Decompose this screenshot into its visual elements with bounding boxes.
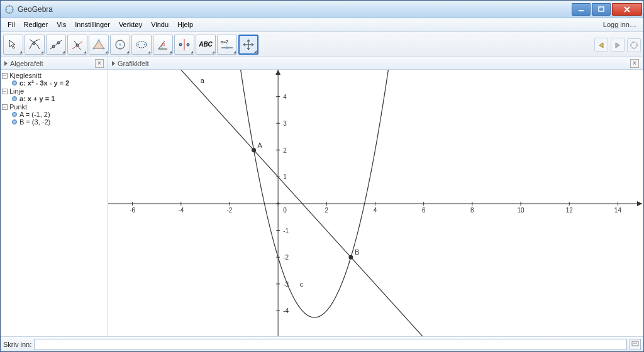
svg-text:A: A <box>258 141 263 149</box>
svg-text:4: 4 <box>283 94 287 101</box>
graphics-panel-header[interactable]: Grafikkfelt × <box>108 57 643 69</box>
algebra-item-B[interactable]: B = (3, -2) <box>2 118 106 126</box>
tool-move[interactable] <box>3 35 23 55</box>
svg-point-18 <box>92 47 94 49</box>
svg-point-12 <box>57 41 60 44</box>
menu-window[interactable]: Vindu <box>147 18 173 31</box>
svg-text:8: 8 <box>470 207 474 214</box>
menu-options[interactable]: Innstillinger <box>70 18 114 31</box>
svg-point-31 <box>631 42 637 48</box>
visibility-dot-icon[interactable] <box>12 112 17 117</box>
svg-point-3 <box>9 5 11 7</box>
graphics-panel-title: Grafikkfelt <box>118 60 628 67</box>
svg-text:-6: -6 <box>130 207 135 214</box>
tool-reflect[interactable] <box>174 35 194 55</box>
category-conic[interactable]: −Kjeglesnitt <box>2 72 106 79</box>
visibility-dot-icon[interactable] <box>12 96 17 101</box>
svg-text:14: 14 <box>614 207 622 214</box>
svg-text:-1: -1 <box>283 228 289 234</box>
title-bar[interactable]: GeoGebra <box>1 1 643 18</box>
svg-text:3: 3 <box>283 120 287 127</box>
input-help-button[interactable] <box>630 339 641 350</box>
svg-text:-2: -2 <box>283 254 289 261</box>
svg-text:α: α <box>162 42 165 47</box>
undo-button[interactable] <box>594 38 608 52</box>
svg-point-1 <box>6 8 8 10</box>
algebra-panel-title: Algebrafelt <box>10 60 92 67</box>
menu-edit[interactable]: Rediger <box>19 18 53 31</box>
close-button[interactable] <box>612 3 642 16</box>
menu-tools[interactable]: Verktøy <box>114 18 147 31</box>
algebra-close-button[interactable]: × <box>95 59 104 68</box>
svg-text:a=2: a=2 <box>221 40 228 44</box>
svg-point-22 <box>138 43 140 45</box>
svg-text:6: 6 <box>422 207 426 214</box>
tool-perpendicular[interactable] <box>67 35 87 55</box>
visibility-dot-icon[interactable] <box>12 80 17 85</box>
tool-move-graphics[interactable] <box>238 35 258 55</box>
tool-circle[interactable] <box>110 35 130 55</box>
svg-text:2: 2 <box>325 207 329 214</box>
svg-point-20 <box>119 43 121 45</box>
tool-ellipse[interactable] <box>131 35 152 55</box>
graphics-close-button[interactable]: × <box>630 59 639 68</box>
properties-button[interactable] <box>627 38 641 52</box>
svg-text:10: 10 <box>517 207 525 214</box>
menu-view[interactable]: Vis <box>52 18 70 31</box>
menu-bar: Fil Rediger Vis Innstillinger Verktøy Vi… <box>1 18 643 32</box>
visibility-dot-icon[interactable] <box>12 119 17 124</box>
menu-help[interactable]: Hjelp <box>173 18 197 31</box>
svg-point-17 <box>103 47 104 49</box>
command-input[interactable] <box>34 339 627 350</box>
tool-polygon[interactable] <box>89 35 109 55</box>
collapse-icon[interactable] <box>4 61 8 66</box>
svg-text:-2: -2 <box>227 207 233 214</box>
svg-point-23 <box>144 43 146 45</box>
tool-text[interactable]: ABC <box>196 35 216 55</box>
svg-point-27 <box>187 43 189 46</box>
algebra-item-a[interactable]: a: x + y = 1 <box>2 95 106 102</box>
input-bar: Skriv inn: <box>1 336 643 351</box>
tool-angle[interactable]: α <box>153 35 173 55</box>
svg-text:B: B <box>355 248 359 256</box>
app-logo-icon <box>4 4 14 14</box>
svg-text:c: c <box>300 280 304 288</box>
menu-file[interactable]: Fil <box>3 18 19 31</box>
panel-header-bar: Algebrafelt × Grafikkfelt × <box>1 57 643 70</box>
svg-line-10 <box>50 40 62 49</box>
algebra-panel-header[interactable]: Algebrafelt × <box>1 57 108 69</box>
collapse-icon[interactable] <box>112 61 115 66</box>
algebra-item-A[interactable]: A = (-1, 2) <box>2 111 106 118</box>
svg-point-78 <box>348 255 353 260</box>
svg-point-16 <box>97 39 99 41</box>
tool-point[interactable] <box>46 35 66 55</box>
category-point[interactable]: −Punkt <box>2 103 106 111</box>
maximize-button[interactable] <box>592 3 611 16</box>
redo-button[interactable] <box>611 38 625 52</box>
svg-text:-4: -4 <box>283 307 289 314</box>
window-title: GeoGebra <box>18 5 572 14</box>
coordinate-plot[interactable]: -6-4-22468101214-4-3-2-112340acAB <box>108 70 642 336</box>
tool-intersect[interactable] <box>25 35 45 55</box>
svg-point-4 <box>9 12 11 14</box>
svg-point-30 <box>226 47 228 49</box>
window-buttons <box>572 3 643 16</box>
minimize-button[interactable] <box>572 3 591 16</box>
input-label: Skriv inn: <box>3 341 31 348</box>
tool-slider[interactable]: a=2 <box>217 35 237 55</box>
graphics-panel[interactable]: -6-4-22468101214-4-3-2-112340acAB <box>108 70 643 336</box>
main-area: −Kjeglesnitt c: x² - 3x - y = 2 −Linje a… <box>1 70 643 336</box>
svg-text:12: 12 <box>566 207 574 214</box>
category-line[interactable]: −Linje <box>2 87 106 95</box>
svg-point-9 <box>33 42 35 45</box>
svg-text:1: 1 <box>283 173 287 180</box>
svg-point-26 <box>179 43 182 46</box>
algebra-item-c[interactable]: c: x² - 3x - y = 2 <box>2 79 106 87</box>
app-window: GeoGebra Fil Rediger Vis Innstillinger V… <box>0 0 644 352</box>
svg-text:4: 4 <box>374 207 377 214</box>
svg-text:a: a <box>201 77 205 84</box>
svg-text:0: 0 <box>283 207 287 214</box>
login-link[interactable]: Logg inn… <box>599 18 641 31</box>
svg-point-15 <box>76 44 79 47</box>
algebra-panel[interactable]: −Kjeglesnitt c: x² - 3x - y = 2 −Linje a… <box>1 70 108 336</box>
